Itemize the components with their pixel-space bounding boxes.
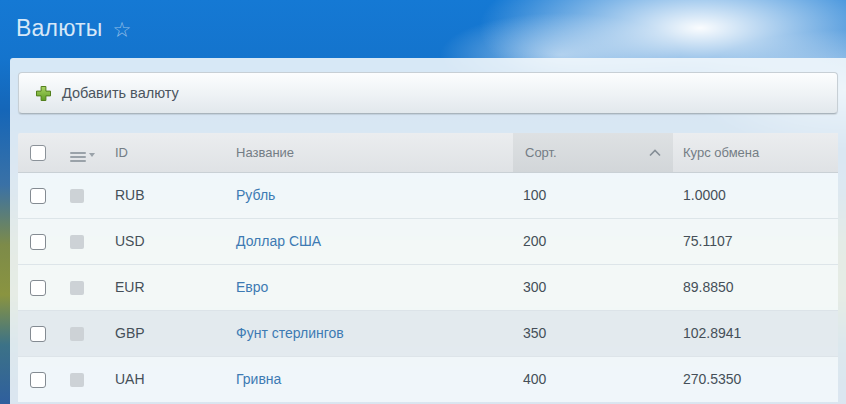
cell-sort: 400: [513, 356, 673, 402]
add-currency-button[interactable]: Добавить валюту: [19, 73, 195, 113]
row-menu-icon[interactable]: [70, 189, 84, 203]
column-header-id[interactable]: ID: [105, 133, 226, 172]
toolbar: Добавить валюту: [18, 72, 838, 114]
row-checkbox[interactable]: [30, 188, 46, 204]
row-checkbox[interactable]: [30, 372, 46, 388]
table-row-rub[interactable]: RUB Рубль 100 1.0000: [18, 172, 838, 218]
page-title: Валюты: [16, 15, 103, 42]
currency-name-link[interactable]: Фунт стерлингов: [236, 325, 344, 341]
cell-rate: 75.1107: [673, 218, 838, 264]
select-all-cell: [18, 133, 60, 172]
page-header: Валюты ☆: [16, 8, 131, 48]
grid-settings-icon[interactable]: [70, 152, 95, 162]
sort-asc-icon: [649, 149, 661, 157]
column-header-id-label: ID: [115, 145, 128, 160]
cell-id: USD: [105, 218, 226, 264]
row-checkbox[interactable]: [30, 326, 46, 342]
cell-rate: 1.0000: [673, 172, 838, 218]
currency-table: ID Название Сорт. Курс обмена: [18, 133, 838, 402]
row-checkbox[interactable]: [30, 234, 46, 250]
currency-name-link[interactable]: Гривна: [236, 371, 281, 387]
cell-rate: 102.8941: [673, 310, 838, 356]
column-header-rate[interactable]: Курс обмена: [673, 133, 838, 172]
cell-sort: 200: [513, 218, 673, 264]
cell-sort: 300: [513, 264, 673, 310]
cell-id: GBP: [105, 310, 226, 356]
caret-down-icon: [89, 153, 95, 157]
cell-sort: 100: [513, 172, 673, 218]
row-menu-icon[interactable]: [70, 281, 84, 295]
cell-rate: 270.5350: [673, 356, 838, 402]
table-header-row: ID Название Сорт. Курс обмена: [18, 133, 838, 172]
select-all-checkbox[interactable]: [30, 145, 46, 161]
column-header-name[interactable]: Название: [226, 133, 513, 172]
row-menu-icon[interactable]: [70, 235, 84, 249]
column-header-name-label: Название: [236, 145, 294, 160]
add-currency-label: Добавить валюту: [62, 85, 179, 101]
column-header-rate-label: Курс обмена: [683, 145, 759, 160]
cell-sort: 350: [513, 310, 673, 356]
currency-name-link[interactable]: Евро: [236, 279, 268, 295]
currency-name-link[interactable]: Доллар США: [236, 233, 321, 249]
table-row-uah[interactable]: UAH Гривна 400 270.5350: [18, 356, 838, 402]
row-menu-icon[interactable]: [70, 373, 84, 387]
plus-icon: [35, 85, 52, 102]
column-header-sort-label: Сорт.: [525, 145, 557, 160]
cell-id: RUB: [105, 172, 226, 218]
cell-id: UAH: [105, 356, 226, 402]
cell-rate: 89.8850: [673, 264, 838, 310]
cell-id: EUR: [105, 264, 226, 310]
table-row-gbp[interactable]: GBP Фунт стерлингов 350 102.8941: [18, 310, 838, 356]
content-panel: Добавить валюту ID: [10, 58, 846, 404]
hamburger-icon: [70, 152, 86, 162]
grid-settings-cell: [60, 133, 105, 172]
currency-name-link[interactable]: Рубль: [236, 187, 275, 203]
row-checkbox[interactable]: [30, 280, 46, 296]
row-menu-icon[interactable]: [70, 327, 84, 341]
table-row-usd[interactable]: USD Доллар США 200 75.1107: [18, 218, 838, 264]
table-row-eur[interactable]: EUR Евро 300 89.8850: [18, 264, 838, 310]
column-header-sort[interactable]: Сорт.: [513, 133, 673, 172]
favorite-star-icon[interactable]: ☆: [113, 19, 132, 40]
